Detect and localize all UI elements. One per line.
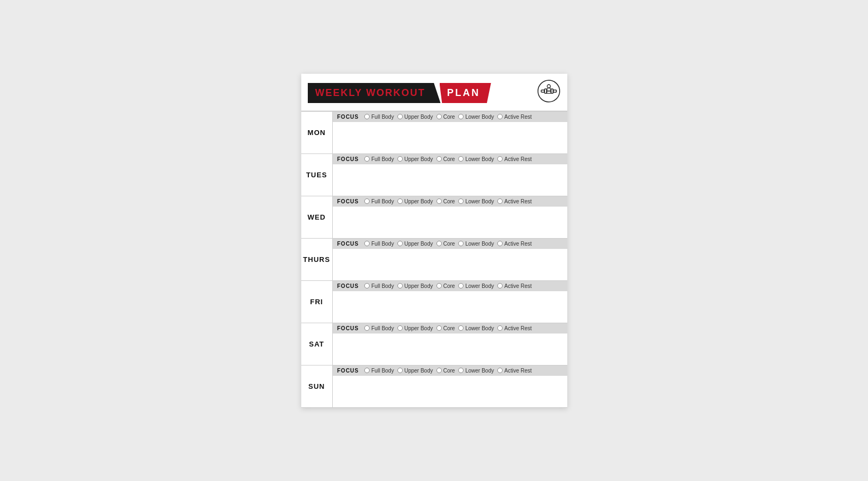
radio-option-active-rest[interactable]: Active Rest [497,198,532,204]
focus-label: FOCUS [337,241,359,247]
radio-circle [497,283,503,288]
radio-option-active-rest[interactable]: Active Rest [497,241,532,247]
radio-option-lower-body[interactable]: Lower Body [458,198,494,204]
notes-area-fri[interactable] [333,291,567,323]
day-label-wed: WED [301,196,333,238]
day-label-thurs: THURS [301,238,333,280]
radio-label: Upper Body [404,156,433,162]
radio-option-core[interactable]: Core [436,198,455,204]
focus-bar: FOCUSFull BodyUpper BodyCoreLower BodyAc… [333,239,567,249]
radio-option-active-rest[interactable]: Active Rest [497,325,532,331]
radio-circle [436,198,442,204]
radio-label: Lower Body [465,198,494,204]
radio-label: Lower Body [465,156,494,162]
radio-label: Upper Body [404,325,433,331]
radio-label: Upper Body [404,241,433,247]
day-row: FRIFOCUSFull BodyUpper BodyCoreLower Bod… [301,280,567,323]
radio-option-full-body[interactable]: Full Body [364,368,394,374]
radio-option-lower-body[interactable]: Lower Body [458,368,494,374]
notes-area-sat[interactable] [333,334,567,365]
header-title-left: WEEKLY WORKOUT [308,83,441,103]
radio-circle [436,283,442,288]
radio-option-upper-body[interactable]: Upper Body [397,325,433,331]
radio-option-full-body[interactable]: Full Body [364,283,394,289]
radio-option-upper-body[interactable]: Upper Body [397,283,433,289]
radio-option-active-rest[interactable]: Active Rest [497,156,532,162]
radio-circle [364,325,370,331]
radio-option-upper-body[interactable]: Upper Body [397,241,433,247]
radio-option-active-rest[interactable]: Active Rest [497,368,532,374]
day-content-wed: FOCUSFull BodyUpper BodyCoreLower BodyAc… [333,196,567,238]
radio-option-core[interactable]: Core [436,283,455,289]
schedule-table: MONFOCUSFull BodyUpper BodyCoreLower Bod… [301,111,567,408]
radio-circle [397,368,403,373]
radio-label: Core [443,114,455,120]
radio-circle [436,156,442,162]
day-content-sat: FOCUSFull BodyUpper BodyCoreLower BodyAc… [333,323,567,365]
day-label-mon: MON [301,111,333,154]
notes-area-mon[interactable] [333,122,567,153]
radio-circle [364,114,370,119]
notes-area-wed[interactable] [333,207,567,238]
radio-option-core[interactable]: Core [436,156,455,162]
radio-option-upper-body[interactable]: Upper Body [397,198,433,204]
radio-option-full-body[interactable]: Full Body [364,114,394,120]
radio-option-upper-body[interactable]: Upper Body [397,114,433,120]
radio-option-active-rest[interactable]: Active Rest [497,114,532,120]
radio-option-lower-body[interactable]: Lower Body [458,283,494,289]
header-title-block: WEEKLY WORKOUT PLAN [308,83,533,103]
radio-option-upper-body[interactable]: Upper Body [397,156,433,162]
radio-label: Lower Body [465,325,494,331]
radio-option-full-body[interactable]: Full Body [364,241,394,247]
radio-option-active-rest[interactable]: Active Rest [497,283,532,289]
radio-circle [497,114,503,119]
focus-label: FOCUS [337,156,359,162]
day-row: WEDFOCUSFull BodyUpper BodyCoreLower Bod… [301,196,567,238]
notes-area-tues[interactable] [333,164,567,196]
radio-label: Lower Body [465,114,494,120]
radio-label: Core [443,156,455,162]
radio-label: Full Body [371,114,394,120]
radio-label: Active Rest [504,198,532,204]
radio-option-core[interactable]: Core [436,241,455,247]
notes-area-sun[interactable] [333,376,567,407]
radio-option-full-body[interactable]: Full Body [364,325,394,331]
svg-rect-5 [553,90,556,92]
radio-label: Core [443,198,455,204]
radio-circle [458,156,464,162]
radio-circle [458,325,464,331]
radio-label: Core [443,325,455,331]
day-row: TUESFOCUSFull BodyUpper BodyCoreLower Bo… [301,153,567,196]
radio-circle [364,283,370,288]
radio-label: Full Body [371,368,394,374]
radio-label: Upper Body [404,283,433,289]
radio-option-core[interactable]: Core [436,114,455,120]
radio-circle [436,114,442,119]
radio-option-lower-body[interactable]: Lower Body [458,325,494,331]
gym-icon [537,79,561,107]
radio-option-full-body[interactable]: Full Body [364,156,394,162]
radio-label: Active Rest [504,156,532,162]
day-label-sat: SAT [301,323,333,365]
radio-option-lower-body[interactable]: Lower Body [458,156,494,162]
radio-label: Core [443,283,455,289]
radio-option-core[interactable]: Core [436,368,455,374]
radio-label: Lower Body [465,283,494,289]
day-row: THURSFOCUSFull BodyUpper BodyCoreLower B… [301,238,567,280]
radio-circle [436,325,442,331]
radio-label: Core [443,368,455,374]
radio-circle [364,368,370,373]
radio-option-core[interactable]: Core [436,325,455,331]
day-label-tues: TUES [301,153,333,196]
radio-option-lower-body[interactable]: Lower Body [458,114,494,120]
focus-bar: FOCUSFull BodyUpper BodyCoreLower BodyAc… [333,365,567,376]
radio-option-lower-body[interactable]: Lower Body [458,241,494,247]
radio-circle [497,325,503,331]
radio-option-upper-body[interactable]: Upper Body [397,368,433,374]
radio-label: Lower Body [465,368,494,374]
radio-label: Upper Body [404,198,433,204]
radio-option-full-body[interactable]: Full Body [364,198,394,204]
notes-area-thurs[interactable] [333,249,567,280]
weekly-workout-page: WEEKLY WORKOUT PLAN MONFOCUSFull BodyUpp… [301,74,567,408]
day-content-mon: FOCUSFull BodyUpper BodyCoreLower BodyAc… [333,111,567,154]
